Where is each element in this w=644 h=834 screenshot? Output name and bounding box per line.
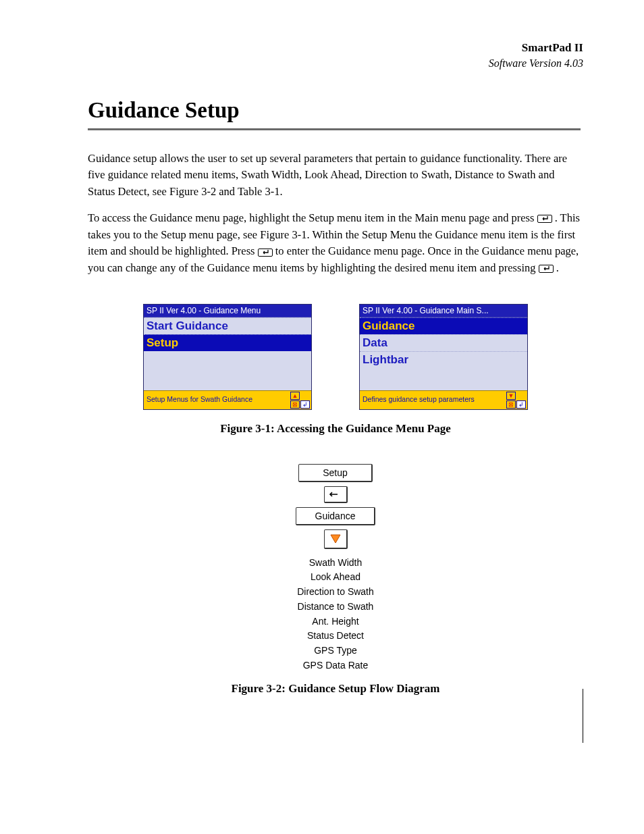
- enter-small-icon: ↲: [300, 400, 310, 409]
- enter-small-icon: ↲: [516, 400, 526, 409]
- doc-header: SmartPad II Software Version 4.03: [88, 41, 583, 71]
- flow-item-list: Swath Width Look Ahead Direction to Swat…: [297, 556, 374, 673]
- menu-item-setup[interactable]: Setup: [144, 334, 311, 351]
- lcd-menu-area: Guidance Data Lightbar: [360, 317, 527, 390]
- flow-item: Direction to Swath: [297, 585, 374, 600]
- lcd-guidance-main-setup: SP II Ver 4.00 - Guidance Main S... Guid…: [359, 304, 528, 410]
- screenshots-row: SP II Ver 4.00 - Guidance Menu Start Gui…: [88, 304, 583, 410]
- paragraph-2: To access the Guidance menu page, highli…: [88, 210, 583, 277]
- flow-box-guidance: Guidance: [296, 507, 376, 525]
- flow-item: Status Detect: [297, 629, 374, 644]
- flow-item: Ant. Height: [297, 615, 374, 629]
- figure-3-1-caption: Figure 3-1: Accessing the Guidance Menu …: [88, 422, 583, 436]
- menu-item-guidance[interactable]: Guidance: [360, 317, 527, 334]
- lcd-status-icons: ▼ ⊠ ↲: [505, 391, 527, 409]
- paragraph-1: Guidance setup allows the user to set up…: [88, 151, 583, 201]
- up-arrow-icon: ▲: [290, 392, 300, 400]
- enter-key-icon: [258, 249, 273, 257]
- lcd-guidance-menu: SP II Ver 4.00 - Guidance Menu Start Gui…: [143, 304, 312, 410]
- product-name: SmartPad II: [88, 41, 583, 56]
- lcd-titlebar: SP II Ver 4.00 - Guidance Menu: [144, 305, 311, 317]
- lcd-status-bar: Defines guidance setup parameters ▼ ⊠ ↲: [360, 390, 527, 409]
- lcd-status-bar: Setup Menus for Swath Guidance ▲ ⊠ ↲: [144, 390, 311, 409]
- figure-3-2-caption: Figure 3-2: Guidance Setup Flow Diagram: [88, 682, 583, 696]
- svg-marker-0: [331, 535, 340, 543]
- lcd-menu-area: Start Guidance Setup: [144, 317, 311, 390]
- flow-item: GPS Data Rate: [297, 658, 374, 673]
- lcd-titlebar: SP II Ver 4.00 - Guidance Main S...: [360, 305, 527, 317]
- enter-key-icon: [539, 265, 554, 273]
- menu-item-lightbar[interactable]: Lightbar: [360, 351, 527, 368]
- lcd-status-icons: ▲ ⊠ ↲: [289, 391, 311, 409]
- close-x-icon: ⊠: [290, 400, 300, 409]
- close-x-icon: ⊠: [506, 400, 516, 409]
- menu-item-start-guidance[interactable]: Start Guidance: [144, 317, 311, 334]
- flow-item: Distance to Swath: [297, 600, 374, 615]
- page-title: Guidance Setup: [88, 98, 583, 123]
- flow-item: Swath Width: [297, 556, 374, 571]
- title-rule: [88, 128, 581, 130]
- flow-box-setup: Setup: [298, 464, 373, 482]
- flow-enter-icon: [324, 486, 348, 503]
- menu-item-data[interactable]: Data: [360, 334, 527, 351]
- lcd-status-text: Defines guidance setup parameters: [360, 391, 505, 409]
- body-text: Guidance setup allows the user to set up…: [88, 151, 583, 277]
- enter-key-icon: [537, 215, 552, 223]
- flow-diagram: Setup Guidance Swath Width Look Ahead Di…: [88, 464, 583, 673]
- flow-down-triangle-icon: [324, 529, 348, 549]
- down-arrow-icon: ▼: [506, 392, 516, 400]
- flow-item: Look Ahead: [297, 570, 374, 585]
- software-version: Software Version 4.03: [88, 56, 583, 71]
- flow-item: GPS Type: [297, 644, 374, 658]
- lcd-status-text: Setup Menus for Swath Guidance: [144, 391, 289, 409]
- page-edge-rule: [583, 689, 583, 743]
